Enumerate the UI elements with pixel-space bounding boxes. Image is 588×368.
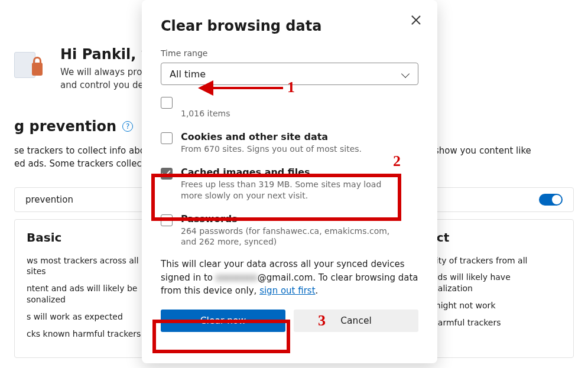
- cancel-button[interactable]: Cancel: [294, 310, 418, 332]
- annotation-number-2: 2: [393, 152, 401, 170]
- clear-browsing-data-dialog: Clear browsing data Time range All time …: [142, 0, 437, 363]
- close-icon[interactable]: [410, 14, 422, 26]
- time-range-value: All time: [170, 69, 206, 80]
- annotation-number-3: 3: [318, 312, 326, 330]
- annotation-number-1: 1: [287, 79, 295, 96]
- option-sub: From 670 sites. Signs you out of most si…: [181, 144, 362, 155]
- chevron-down-icon: [401, 70, 410, 78]
- option-title: Cached images and files: [181, 167, 394, 178]
- option-passwords[interactable]: Passwords 264 passwords (for fanshawec.c…: [161, 209, 418, 249]
- sync-warning-text: This will clear your data across all you…: [161, 258, 418, 298]
- option-sub: Frees up less than 319 MB. Some sites ma…: [181, 179, 394, 201]
- checkbox[interactable]: [161, 214, 173, 226]
- checkbox[interactable]: [161, 97, 173, 109]
- option-download-history[interactable]: Download history 1,016 items: [161, 97, 418, 126]
- checkbox[interactable]: [161, 132, 173, 144]
- checkbox[interactable]: [161, 168, 173, 180]
- dialog-title: Clear browsing data: [161, 18, 418, 34]
- option-cached-images[interactable]: Cached images and files Frees up less th…: [161, 162, 418, 209]
- sign-out-first-link[interactable]: sign out first: [259, 285, 315, 296]
- option-sub: 1,016 items: [181, 108, 274, 119]
- time-range-label: Time range: [161, 48, 418, 58]
- option-title: Passwords: [181, 213, 394, 224]
- option-cookies[interactable]: Cookies and other site data From 670 sit…: [161, 126, 418, 162]
- clear-now-button[interactable]: Clear now: [161, 310, 285, 332]
- option-title: Cookies and other site data: [181, 131, 362, 142]
- option-sub: 264 passwords (for fanshawec.ca, emakicm…: [181, 226, 394, 248]
- data-types-list: Download history 1,016 items Cookies and…: [161, 97, 418, 249]
